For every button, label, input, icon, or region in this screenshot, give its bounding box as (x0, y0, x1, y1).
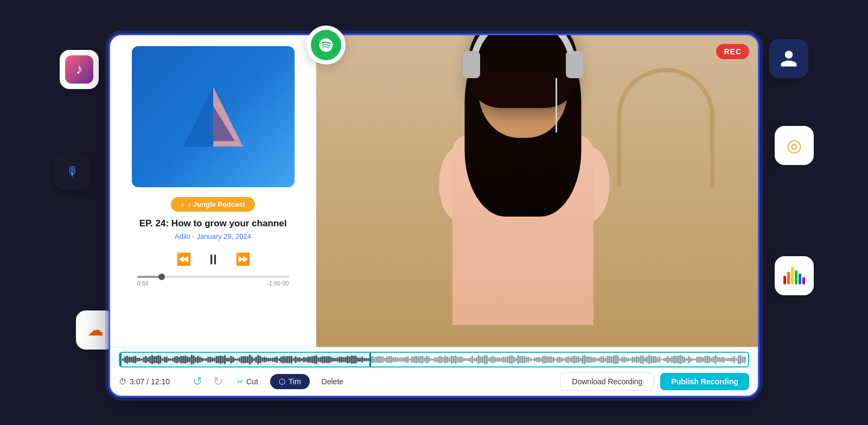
fast-forward-button[interactable]: ⏩ (235, 252, 250, 267)
svg-rect-247 (628, 358, 629, 361)
tim-icon: ⬡ (279, 377, 285, 386)
time-display-container: ⏱ 3:07 / 12:10 (119, 377, 184, 386)
svg-rect-189 (507, 356, 508, 363)
content-area: ♪ ♪ Jungle Podcast EP. 24: How to grow y… (110, 35, 758, 347)
tim-button[interactable]: ⬡ Tim (270, 374, 310, 389)
svg-rect-295 (727, 358, 729, 361)
progress-track[interactable] (137, 276, 289, 278)
svg-rect-99 (320, 357, 321, 362)
svg-rect-111 (344, 357, 346, 362)
progress-bar-container: 0:56 -1:00:00 (137, 276, 289, 287)
svg-rect-27 (170, 358, 171, 360)
svg-rect-214 (559, 356, 560, 362)
svg-rect-198 (526, 357, 527, 362)
svg-rect-213 (557, 357, 558, 361)
svg-rect-42 (201, 357, 203, 361)
svg-rect-277 (690, 357, 692, 362)
svg-rect-24 (164, 357, 165, 362)
svg-rect-39 (195, 357, 196, 361)
svg-rect-201 (532, 359, 533, 360)
svg-rect-156 (438, 356, 440, 363)
svg-rect-192 (513, 356, 515, 362)
svg-rect-80 (280, 357, 282, 363)
svg-rect-103 (328, 356, 330, 363)
svg-rect-235 (603, 356, 604, 363)
svg-rect-269 (673, 356, 675, 364)
svg-rect-54 (226, 357, 228, 361)
pause-button[interactable]: ⏸ (206, 251, 220, 268)
svg-rect-287 (711, 357, 712, 361)
svg-rect-47 (212, 357, 213, 361)
svg-rect-166 (459, 356, 461, 362)
cut-label: Cut (246, 377, 258, 386)
svg-rect-161 (449, 357, 450, 361)
svg-rect-112 (347, 356, 348, 363)
spotify-icon[interactable] (307, 26, 346, 65)
svg-rect-209 (548, 356, 550, 363)
svg-rect-121 (366, 358, 367, 360)
rewind-button[interactable]: ⏪ (176, 252, 191, 267)
audible-icon[interactable]: ◎ (775, 126, 814, 165)
publish-recording-button[interactable]: Publish Recording (660, 373, 749, 390)
svg-rect-102 (326, 356, 328, 363)
svg-rect-22 (159, 356, 161, 363)
svg-rect-61 (241, 356, 242, 363)
cut-button[interactable]: ✂ Cut (232, 375, 264, 388)
svg-rect-105 (332, 358, 334, 361)
svg-rect-302 (742, 356, 743, 362)
svg-rect-13 (141, 358, 143, 360)
svg-rect-81 (282, 356, 284, 363)
undo-button[interactable]: ↺ (190, 375, 205, 389)
svg-rect-207 (544, 356, 546, 363)
svg-rect-56 (230, 356, 232, 363)
progress-knob[interactable] (158, 274, 165, 280)
svg-rect-181 (490, 356, 492, 363)
svg-rect-200 (529, 358, 531, 361)
svg-rect-158 (442, 357, 444, 361)
svg-rect-205 (540, 357, 542, 361)
svg-rect-263 (661, 359, 662, 360)
svg-rect-82 (284, 356, 286, 363)
svg-rect-284 (704, 356, 706, 363)
svg-rect-137 (399, 358, 400, 361)
svg-rect-225 (582, 356, 583, 364)
podcast-user-icon[interactable] (769, 39, 808, 78)
svg-rect-58 (234, 358, 236, 360)
apple-music-icon[interactable]: ♪ (60, 50, 99, 89)
delete-button[interactable]: Delete (316, 375, 349, 388)
svg-rect-74 (267, 358, 269, 361)
svg-rect-87 (295, 356, 296, 363)
svg-rect-172 (471, 356, 473, 363)
svg-rect-65 (249, 354, 251, 364)
svg-rect-11 (137, 358, 138, 361)
svg-rect-75 (270, 358, 271, 361)
svg-rect-135 (394, 357, 396, 362)
download-recording-button[interactable]: Download Recording (560, 372, 654, 391)
svg-rect-222 (576, 356, 577, 363)
svg-rect-78 (276, 356, 278, 362)
svg-rect-21 (157, 355, 159, 364)
svg-rect-253 (640, 356, 642, 364)
svg-rect-176 (480, 356, 481, 363)
svg-rect-128 (380, 356, 381, 363)
svg-rect-279 (694, 358, 695, 360)
player-controls: ⏪ ⏸ ⏩ (176, 251, 250, 268)
waveform-container[interactable] (119, 352, 749, 367)
svg-rect-169 (465, 358, 467, 360)
svg-rect-140 (405, 356, 406, 362)
delete-label: Delete (322, 377, 343, 386)
svg-rect-270 (675, 356, 677, 363)
svg-rect-95 (311, 356, 313, 363)
svg-rect-64 (247, 356, 248, 363)
svg-rect-85 (291, 356, 292, 363)
svg-rect-162 (451, 356, 452, 363)
svg-rect-281 (698, 356, 700, 362)
svg-rect-301 (740, 355, 742, 364)
google-podcasts-icon[interactable]: 🎙 (54, 153, 91, 190)
redo-button[interactable]: ↻ (211, 375, 225, 389)
deezer-icon[interactable] (775, 256, 814, 295)
svg-rect-133 (391, 356, 392, 363)
svg-rect-297 (731, 357, 733, 361)
svg-rect-237 (607, 356, 608, 363)
rewind-icon: ⏪ (176, 252, 191, 267)
